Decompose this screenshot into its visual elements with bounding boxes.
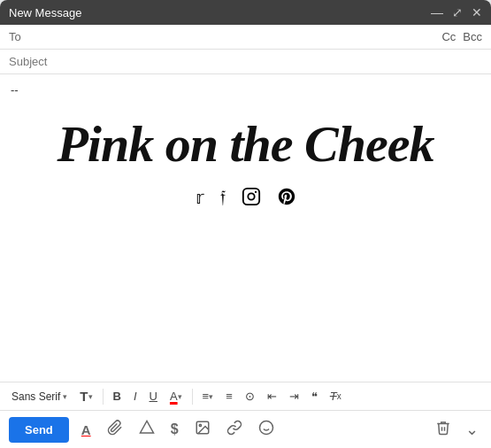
window-controls: — ⤢ ✕ — [431, 5, 482, 19]
indent-increase-button[interactable]: ⇥ — [285, 387, 303, 406]
unordered-list-icon: ⊙ — [245, 390, 255, 403]
svg-point-5 — [199, 424, 201, 426]
cc-bcc-controls: Cc Bcc — [441, 30, 482, 43]
expand-button[interactable]: ⤢ — [452, 5, 463, 19]
font-size-icon: T — [80, 389, 88, 404]
pinterest-icon[interactable] — [277, 187, 296, 211]
signature-separator: -- — [11, 83, 480, 97]
window-title: New Message — [9, 6, 81, 19]
social-icons: 𝕣 𝔣 — [11, 187, 480, 211]
svg-point-6 — [259, 421, 272, 435]
font-size-button[interactable]: T ▾ — [75, 386, 96, 406]
text-color-label: A — [170, 390, 178, 403]
minimize-button[interactable]: — — [431, 5, 443, 19]
subject-field-row — [0, 50, 491, 74]
clear-formatting-button[interactable]: Tx — [326, 387, 346, 406]
svg-rect-0 — [242, 189, 258, 205]
quote-button[interactable]: ❝ — [307, 387, 322, 406]
cc-button[interactable]: Cc — [441, 30, 456, 43]
text-color-button[interactable]: A ▾ — [165, 387, 187, 406]
format-text-button[interactable]: A — [78, 419, 95, 441]
close-button[interactable]: ✕ — [472, 5, 482, 19]
italic-button[interactable]: I — [129, 387, 142, 406]
align-button[interactable]: ≡ ▾ — [198, 387, 219, 406]
instagram-icon[interactable] — [242, 187, 261, 211]
indent-decrease-icon: ⇤ — [267, 390, 277, 403]
quote-icon: ❝ — [311, 390, 318, 403]
action-bar-right: ⌄ — [432, 416, 482, 443]
bold-button[interactable]: B — [109, 387, 126, 406]
send-button[interactable]: Send — [9, 417, 69, 443]
formatting-toolbar: Sans Serif ▾ T ▾ B I U A ▾ ≡ ▾ ≡ ⊙ ⇤ ⇥ — [0, 382, 491, 410]
facebook-icon[interactable]: 𝔣 — [220, 187, 226, 211]
font-family-label: Sans Serif — [12, 390, 60, 403]
attach-file-button[interactable] — [104, 416, 127, 443]
action-bar: Send A $ ⌄ — [0, 410, 491, 448]
indent-increase-icon: ⇥ — [289, 390, 299, 403]
ordered-list-icon: ≡ — [226, 390, 233, 403]
align-arrow: ▾ — [209, 392, 213, 401]
indent-decrease-button[interactable]: ⇤ — [263, 387, 281, 406]
brand-name: Pink on the Cheek — [11, 116, 480, 173]
title-bar: New Message — ⤢ ✕ — [0, 0, 491, 25]
ordered-list-button[interactable]: ≡ — [221, 387, 237, 406]
twitter-icon[interactable]: 𝕣 — [196, 187, 204, 211]
signature-container: Pink on the Cheek 𝕣 𝔣 — [11, 107, 480, 220]
body-area[interactable]: -- Pink on the Cheek 𝕣 𝔣 — [0, 74, 491, 382]
toolbar-separator-2 — [192, 389, 193, 405]
underline-button[interactable]: U — [145, 387, 162, 406]
compose-window: New Message — ⤢ ✕ To Cc Bcc -- Pink on t… — [0, 0, 491, 448]
font-family-dropdown-arrow: ▾ — [63, 392, 67, 401]
to-label: To — [9, 30, 35, 43]
svg-point-2 — [254, 191, 256, 193]
svg-point-1 — [248, 193, 254, 199]
unordered-list-button[interactable]: ⊙ — [241, 387, 259, 406]
align-icon: ≡ — [203, 390, 210, 403]
text-color-arrow: ▾ — [178, 392, 182, 401]
insert-money-button[interactable]: $ — [167, 418, 182, 441]
font-family-button[interactable]: Sans Serif ▾ — [7, 388, 72, 406]
bcc-button[interactable]: Bcc — [463, 30, 482, 43]
to-field-row: To Cc Bcc — [0, 25, 491, 50]
insert-photo-button[interactable] — [191, 416, 214, 443]
insert-emoji-button[interactable] — [255, 416, 278, 443]
subject-input[interactable] — [9, 55, 482, 68]
font-size-dropdown-arrow: ▾ — [88, 392, 93, 401]
delete-button[interactable] — [432, 416, 455, 443]
svg-marker-3 — [140, 421, 153, 434]
insert-link-button[interactable] — [223, 416, 246, 443]
drive-button[interactable] — [135, 416, 158, 443]
toolbar-separator-1 — [103, 389, 104, 405]
more-options-button[interactable]: ⌄ — [462, 416, 482, 443]
clear-formatting-icon: T — [330, 390, 337, 403]
to-input[interactable] — [42, 30, 441, 43]
